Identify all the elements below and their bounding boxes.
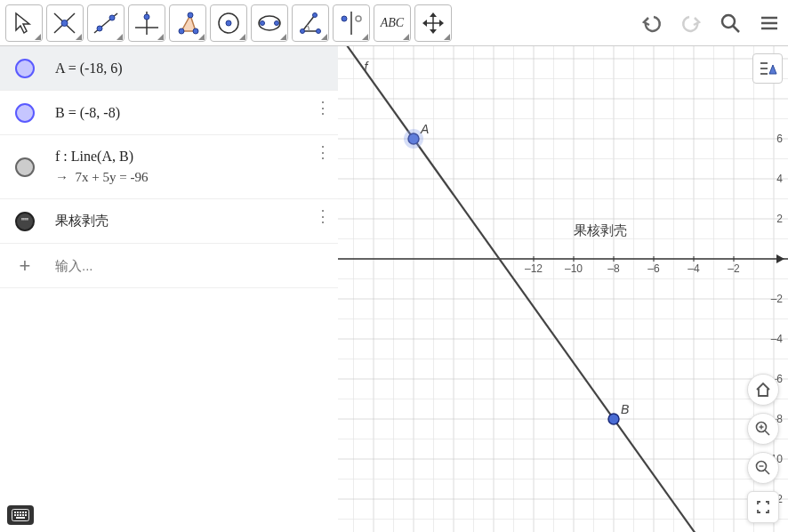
move-view-tool[interactable]	[414, 4, 452, 42]
conic-tool[interactable]	[251, 4, 288, 42]
svg-point-17	[275, 20, 279, 25]
algebra-row-f[interactable]: f : Line(A, B) → 7x + 5y = -96 ⋮	[0, 135, 338, 199]
undo-button[interactable]	[639, 10, 665, 36]
svg-point-12	[188, 12, 193, 18]
svg-text:–12: –12	[525, 262, 543, 275]
algebra-row-text[interactable]: "" 果核剥壳 ⋮	[0, 199, 338, 244]
svg-point-8	[144, 14, 149, 20]
keyboard-toggle[interactable]	[7, 505, 34, 525]
expr-text: 果核剥壳	[50, 204, 338, 238]
svg-line-27	[733, 26, 739, 32]
algebra-input[interactable]	[50, 253, 338, 278]
svg-rect-128	[16, 517, 25, 519]
svg-rect-125	[20, 514, 21, 516]
polygon-tool[interactable]	[169, 4, 206, 42]
row-menu-icon[interactable]: ⋮	[315, 142, 331, 162]
construction-tools: ABC	[5, 4, 452, 42]
expr-b: B = (-8, -8)	[50, 96, 338, 130]
svg-text:B: B	[621, 402, 629, 416]
graphics-view[interactable]: –12–10–8–6–4–2 642–2–4–6–8–10–12 f A B 果…	[338, 46, 788, 532]
algebra-row-a[interactable]: A = (-18, 6)	[0, 46, 338, 91]
svg-rect-121	[22, 512, 24, 513]
svg-point-5	[109, 15, 115, 20]
text-tool[interactable]: ABC	[374, 4, 411, 42]
svg-rect-119	[17, 512, 19, 513]
svg-text:–2: –2	[771, 293, 784, 305]
svg-rect-118	[14, 512, 16, 513]
svg-rect-127	[25, 514, 27, 516]
expr-f: f : Line(A, B) → 7x + 5y = -96	[50, 140, 338, 194]
svg-rect-120	[20, 512, 21, 513]
reflect-tool[interactable]	[333, 4, 370, 42]
row-menu-icon[interactable]: ⋮	[315, 98, 331, 117]
algebra-row-b[interactable]: B = (-8, -8) ⋮	[0, 91, 338, 135]
svg-point-2	[61, 20, 68, 26]
visibility-dot[interactable]	[15, 103, 35, 123]
home-button[interactable]	[747, 374, 779, 406]
graphics-style-button[interactable]	[752, 53, 783, 84]
svg-rect-126	[22, 514, 24, 516]
svg-text:f: f	[365, 60, 370, 74]
svg-point-4	[97, 26, 102, 31]
zoom-in-button[interactable]	[747, 413, 779, 445]
svg-line-115	[765, 470, 769, 474]
visibility-dot[interactable]	[15, 157, 35, 177]
algebra-input-row: +	[0, 244, 338, 288]
move-tool[interactable]	[5, 4, 43, 42]
svg-text:4: 4	[776, 173, 783, 185]
svg-text:6: 6	[776, 133, 783, 145]
svg-text:–10: –10	[565, 262, 583, 275]
svg-line-111	[765, 431, 769, 435]
zoom-out-button[interactable]	[747, 452, 779, 484]
expr-a: A = (-18, 6)	[50, 52, 338, 85]
svg-point-104	[608, 414, 619, 424]
svg-point-14	[226, 20, 231, 26]
svg-rect-122	[25, 512, 27, 513]
svg-rect-124	[17, 514, 19, 516]
svg-point-19	[313, 12, 318, 17]
algebra-view: A = (-18, 6) B = (-8, -8) ⋮ f : Line(A, …	[0, 46, 338, 532]
graph-canvas[interactable]: –12–10–8–6–4–2 642–2–4–6–8–10–12 f A B 果…	[338, 46, 788, 532]
point-tool[interactable]	[46, 4, 84, 42]
search-button[interactable]	[717, 10, 744, 36]
visibility-dot[interactable]	[15, 59, 35, 78]
line-tool[interactable]	[87, 4, 125, 42]
visibility-dot[interactable]: ""	[15, 212, 35, 231]
svg-point-20	[317, 28, 321, 33]
svg-text:果核剥壳: 果核剥壳	[574, 222, 627, 238]
menu-button[interactable]	[756, 10, 783, 36]
svg-rect-123	[14, 514, 16, 516]
add-icon[interactable]: +	[0, 254, 50, 278]
toolbar: ABC	[0, 0, 788, 46]
right-toolbar	[639, 10, 783, 36]
row-menu-icon[interactable]: ⋮	[315, 206, 331, 226]
svg-text:–8: –8	[607, 262, 620, 275]
svg-point-18	[301, 28, 305, 33]
svg-point-16	[261, 20, 265, 25]
view-controls	[747, 374, 779, 523]
svg-point-26	[722, 15, 735, 28]
svg-text:–6: –6	[647, 262, 660, 275]
redo-button[interactable]	[678, 10, 704, 36]
perpendicular-tool[interactable]	[128, 4, 165, 42]
svg-point-22	[342, 16, 347, 21]
svg-text:–2: –2	[728, 262, 740, 275]
abc-label: ABC	[381, 16, 404, 30]
fullscreen-button[interactable]	[747, 491, 779, 523]
svg-text:–4: –4	[771, 333, 784, 345]
circle-tool[interactable]	[210, 4, 247, 42]
svg-point-10	[179, 28, 184, 34]
svg-text:2: 2	[776, 213, 783, 225]
svg-text:A: A	[420, 122, 429, 136]
angle-tool[interactable]	[292, 4, 329, 42]
svg-point-23	[356, 16, 361, 21]
svg-text:–4: –4	[687, 262, 700, 275]
